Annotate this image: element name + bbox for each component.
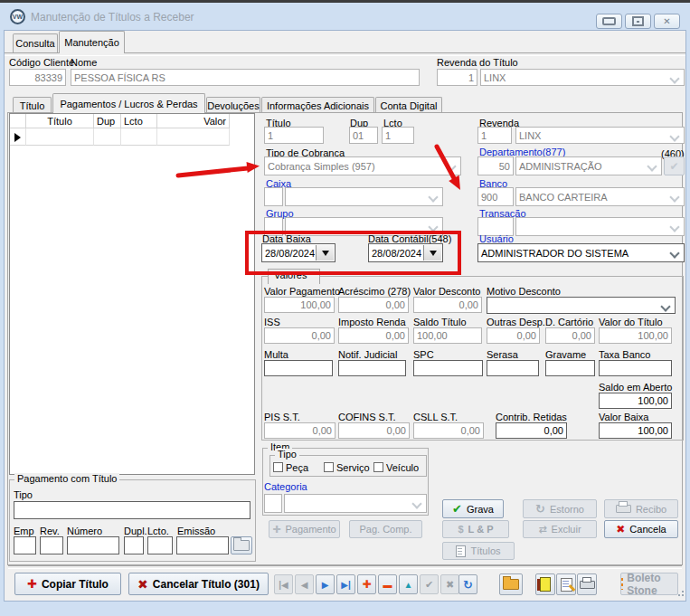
nav-first-button[interactable]: |◀ [274, 574, 293, 594]
grid-cell[interactable] [121, 128, 157, 146]
nav-refresh-button[interactable]: ↻ [458, 574, 477, 594]
contrib-retidas-field[interactable]: 0,00 [496, 422, 567, 439]
categoria-code-field[interactable] [264, 494, 282, 513]
spc-field[interactable] [413, 360, 483, 376]
transacao-combo[interactable] [515, 217, 685, 236]
pagamento-button[interactable]: ✚Pagamento [269, 520, 340, 538]
nav-last-button[interactable]: ▶| [336, 574, 355, 594]
revenda-combo[interactable]: LINX [515, 127, 685, 144]
notes-button[interactable] [556, 573, 576, 595]
csll-st-field[interactable]: 0,00 [413, 422, 484, 439]
departamento-code-field[interactable]: 50 [477, 156, 514, 175]
outras-desp-field[interactable]: 0,00 [487, 327, 540, 344]
valor-pagamento-field[interactable]: 100,00 [264, 297, 335, 313]
peca-checkbox[interactable] [273, 462, 283, 472]
nav-delete-button[interactable]: ▬ [378, 574, 397, 594]
tab-consulta-label: Consulta [15, 38, 54, 49]
nav-edit-button[interactable]: ▲ [399, 574, 418, 594]
boleto-stone-button[interactable]: Boleto Stone [620, 573, 678, 595]
codigo-cliente-field[interactable]: 83339 [9, 69, 66, 86]
servico-checkbox[interactable] [324, 462, 334, 472]
valor-baixa-field[interactable]: 100,00 [599, 422, 672, 439]
lcto-field[interactable]: 1 [382, 127, 414, 144]
pct-rev-field[interactable] [40, 536, 63, 554]
nav-cancel-button[interactable]: ✖ [440, 574, 459, 594]
recibo-button[interactable]: Recibo [604, 499, 678, 518]
open-folder-button[interactable] [499, 573, 523, 595]
grava-button[interactable]: ✔Grava [442, 499, 504, 518]
tab-pagamentos[interactable]: Pagamentos / Lucros & Perdas [52, 93, 205, 113]
banco-combo[interactable]: BANCO CARTEIRA [515, 187, 685, 206]
multa-field[interactable] [264, 360, 333, 376]
minimize-button[interactable] [596, 14, 622, 29]
categoria-combo[interactable] [284, 494, 427, 513]
saldo-em-aberto-field[interactable]: 100,00 [599, 393, 672, 409]
tab-conta-digital[interactable]: Conta Digital [375, 97, 442, 113]
valor-do-titulo-field[interactable]: 100,00 [599, 327, 672, 344]
serasa-field[interactable] [487, 360, 539, 376]
caixa-code-field[interactable] [264, 187, 283, 206]
d-cartorio-field[interactable]: 0,00 [545, 327, 595, 344]
iss-field[interactable]: 0,00 [264, 327, 335, 344]
nav-prior-button[interactable]: ◀ [295, 574, 314, 594]
pct-browse-button[interactable] [231, 536, 252, 554]
departamento-combo[interactable]: ADMINISTRAÇÃO [515, 156, 662, 175]
pis-st-field[interactable]: 0,00 [264, 422, 336, 439]
acrescimo-field[interactable]: 0,00 [338, 297, 409, 313]
revenda-titulo-code-field[interactable]: 1 [437, 69, 477, 86]
close-button[interactable]: ✕ [654, 14, 680, 29]
estorno-button[interactable]: ↻Estorno [523, 499, 597, 518]
pct-emissao-field[interactable] [176, 536, 229, 554]
excluir-button[interactable]: ⇄Excluir [523, 520, 597, 538]
caixa-combo[interactable] [285, 187, 443, 206]
pct-tipo-label: Tipo [14, 489, 33, 500]
pct-lcto-field[interactable] [147, 536, 173, 554]
tab-titulo[interactable]: Título [13, 97, 52, 113]
saldo-titulo-field[interactable]: 100,00 [413, 327, 482, 344]
tab-consulta[interactable]: Consulta [13, 33, 58, 52]
revenda-titulo-code: 1 [468, 72, 474, 83]
banco-code-field[interactable]: 900 [477, 187, 514, 206]
motivo-desconto-combo[interactable] [487, 297, 676, 314]
print-button[interactable] [577, 573, 597, 595]
cancelar-titulo-button[interactable]: ✖Cancelar Título (301) [128, 573, 269, 595]
gravame-field[interactable] [545, 360, 595, 376]
copiar-titulo-button[interactable]: ✚Copiar Título [14, 573, 121, 595]
tab-devolucoes[interactable]: Devoluções [206, 97, 260, 113]
nome-field[interactable]: PESSOA FÍSICA RS [71, 69, 420, 86]
cancela-button[interactable]: ✖Cancela [604, 520, 678, 538]
valor-baixa-label: Valor Baixa [599, 412, 648, 422]
titulo-field[interactable]: 1 [264, 127, 324, 144]
cofins-st-field[interactable]: 0,00 [338, 422, 410, 439]
exit-button[interactable] [535, 573, 555, 595]
nav-insert-button[interactable]: ✚ [357, 574, 376, 594]
pag-comp-button[interactable]: Pag. Comp. [349, 520, 422, 538]
restore-button[interactable] [625, 14, 651, 29]
taxa-banco-field[interactable] [599, 360, 672, 376]
lp-button[interactable]: $L & P [442, 520, 509, 538]
dup-field[interactable]: 01 [349, 127, 378, 144]
pct-numero-field[interactable] [67, 536, 119, 554]
tab-manutencao[interactable]: Manutenção [59, 31, 125, 53]
nav-next-button[interactable]: ▶ [316, 574, 335, 594]
grid-cell[interactable] [94, 128, 121, 146]
pct-emp-field[interactable] [14, 536, 36, 554]
nav-post-button[interactable]: ✔ [420, 574, 439, 594]
departamento-confirm-button[interactable]: ✔ [664, 156, 685, 175]
grid-cell[interactable] [157, 128, 230, 146]
notif-judicial-field[interactable] [338, 360, 406, 376]
titulos-grid[interactable]: Título Dup Lcto Valor [9, 113, 255, 475]
tipo-cobranca-combo[interactable]: Cobrança Simples (957) [264, 156, 461, 175]
resize-grip[interactable] [677, 590, 685, 597]
imposto-renda-field[interactable]: 0,00 [338, 327, 409, 344]
valor-desconto-field[interactable]: 0,00 [413, 297, 482, 313]
titulos-button[interactable]: Títulos [442, 542, 515, 560]
veiculo-checkbox[interactable] [373, 462, 383, 472]
usuario-combo[interactable]: ADMINISTRADOR DO SISTEMA [477, 243, 685, 262]
pct-dupl-field[interactable] [124, 536, 144, 554]
revenda-code-field[interactable]: 1 [477, 127, 512, 144]
tab-informacoes-adicionais[interactable]: Informações Adicionais [261, 97, 374, 113]
grid-cell[interactable] [26, 128, 94, 146]
revenda-titulo-combo[interactable]: LINX [480, 69, 685, 86]
pct-tipo-field[interactable] [14, 501, 250, 519]
